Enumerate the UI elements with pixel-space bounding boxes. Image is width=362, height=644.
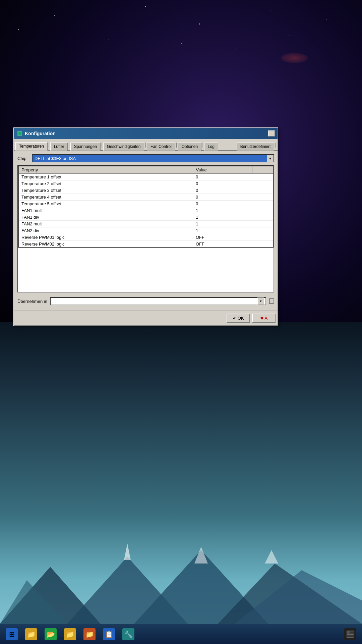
taskbar-start[interactable]: ⊞ [3, 627, 20, 642]
svg-rect-11 [19, 132, 21, 135]
tab-lufter[interactable]: Lüfter [50, 143, 68, 151]
table-row[interactable]: Temperature 1 offset0 [18, 174, 273, 180]
taskbar-hwmonitor[interactable] [342, 627, 359, 642]
taskbar-btn-6[interactable]: 🔧 [120, 627, 137, 642]
table-row[interactable]: Temperature 2 offset0 [18, 180, 273, 187]
value-cell: 0 [193, 174, 252, 180]
tab-spannungen[interactable]: Spannungen [70, 143, 101, 151]
tab-optionen[interactable]: Optionen [178, 143, 201, 151]
svg-marker-7 [194, 547, 208, 564]
ok-button[interactable]: ✔ OK [227, 314, 250, 323]
cancel-button[interactable]: ✖ A [252, 314, 276, 323]
window-controls: — [268, 130, 275, 137]
chip-dropdown-arrow[interactable]: ▼ [267, 155, 274, 162]
col-property: Property [18, 166, 193, 174]
tab-log[interactable]: Log [204, 143, 218, 151]
folder-icon-2: 📂 [45, 628, 57, 640]
table-row[interactable]: Reverse PWM02 logicOFF [18, 241, 273, 248]
table-row[interactable]: Reverse PWM01 logicOFF [18, 234, 273, 241]
svg-marker-6 [124, 543, 131, 560]
property-cell: Temperature 3 offset [18, 187, 193, 194]
tab-sep-1: | [48, 140, 50, 150]
table-row[interactable]: Temperature 5 offset0 [18, 201, 273, 207]
extra-cell [252, 201, 273, 207]
ubernehmen-input[interactable]: ▼ [50, 297, 266, 305]
table-row[interactable]: Temperature 3 offset0 [18, 187, 273, 194]
tab-sep-7: | [275, 140, 276, 150]
configuration-dialog: Konfiguration — Temperaturen | Lüfter | … [13, 127, 278, 326]
button-row: ✔ OK ✖ A [14, 311, 278, 325]
svg-rect-17 [347, 636, 354, 636]
extra-cell [252, 241, 273, 248]
table-row[interactable]: FAN1 div1 [18, 214, 273, 221]
value-cell: OFF [193, 241, 252, 248]
value-cell: 1 [193, 207, 252, 214]
app-icon-5: 📋 [103, 628, 115, 640]
svg-marker-8 [265, 550, 278, 564]
property-cell: FAN2 div [18, 227, 193, 234]
extra-cell [252, 221, 273, 227]
minimize-button[interactable]: — [268, 130, 275, 137]
value-cell: 1 [193, 227, 252, 234]
tab-sep-6: | [202, 140, 203, 150]
tab-fancontrol[interactable]: Fan Control [147, 143, 175, 151]
value-cell: 0 [193, 187, 252, 194]
taskbar: ⊞ 📁 📂 📁 📁 📋 🔧 [0, 624, 362, 644]
ubernehmen-arrow[interactable]: ▼ [257, 298, 264, 305]
chip-label: Chip [17, 156, 29, 161]
svg-rect-16 [347, 634, 354, 635]
col-extra [252, 166, 273, 174]
taskbar-btn-1[interactable]: 📁 [23, 627, 40, 642]
dialog-icon [17, 130, 23, 137]
extra-cell [252, 194, 273, 201]
checkbox-area [269, 299, 274, 304]
property-cell: Temperature 4 offset [18, 194, 193, 201]
taskbar-btn-2[interactable]: 📂 [42, 627, 59, 642]
bottom-section: Übernehmen in ▼ [17, 295, 274, 307]
property-cell: FAN2 mult [18, 221, 193, 227]
value-cell: 1 [193, 221, 252, 227]
svg-rect-14 [350, 631, 354, 632]
taskbar-btn-5[interactable]: 📋 [101, 627, 117, 642]
table-row[interactable]: FAN2 mult1 [18, 221, 273, 227]
extra-cell [252, 207, 273, 214]
col-value: Value [193, 166, 252, 174]
taskbar-btn-4[interactable]: 📁 [81, 627, 98, 642]
table-row[interactable]: FAN1 mult1 [18, 207, 273, 214]
property-cell: Temperature 2 offset [18, 180, 193, 187]
hwmonitor-icon [344, 628, 356, 640]
table-row[interactable]: Temperature 4 offset0 [18, 194, 273, 201]
value-cell: 1 [193, 214, 252, 221]
tab-sep-2: | [68, 140, 70, 150]
property-cell: FAN1 div [18, 214, 193, 221]
value-cell: 0 [193, 180, 252, 187]
dialog-title: Konfiguration [25, 131, 56, 136]
property-cell: Temperature 1 offset [18, 174, 193, 180]
dialog-content: Chip DELL at $3E8 on ISA ▼ Property Valu… [14, 151, 278, 311]
table-row[interactable]: FAN2 div1 [18, 227, 273, 234]
folder-icon-4: 📁 [83, 628, 96, 640]
extra-cell [252, 234, 273, 241]
mountain-background [0, 322, 362, 644]
svg-rect-15 [350, 633, 354, 634]
tab-benutzerdefiniert[interactable]: Benutzerdefiniert [237, 143, 275, 151]
extra-cell [252, 180, 273, 187]
extra-cell [252, 227, 273, 234]
ubernehmen-label: Übernehmen in [17, 299, 47, 304]
value-cell: 0 [193, 194, 252, 201]
extra-cell [252, 214, 273, 221]
tab-sep-3: | [101, 140, 103, 150]
chip-dropdown[interactable]: DELL at $3E8 on ISA ▼ [32, 154, 274, 162]
tab-sep-5: | [176, 140, 177, 150]
tab-geschwindigkeiten[interactable]: Geschwindigkeiten [103, 143, 144, 151]
chip-row: Chip DELL at $3E8 on ISA ▼ [17, 154, 274, 162]
chip-value: DELL at $3E8 on ISA [35, 156, 272, 161]
property-cell: FAN1 mult [18, 207, 193, 214]
svg-rect-13 [347, 631, 350, 634]
folder-icon-3: 📁 [64, 628, 76, 640]
tab-temperaturen[interactable]: Temperaturen [15, 142, 48, 151]
taskbar-btn-3[interactable]: 📁 [62, 627, 78, 642]
property-cell: Reverse PWM02 logic [18, 241, 193, 248]
checkbox[interactable] [269, 299, 274, 304]
property-table-container[interactable]: Property Value Temperature 1 offset0Temp… [17, 165, 274, 292]
